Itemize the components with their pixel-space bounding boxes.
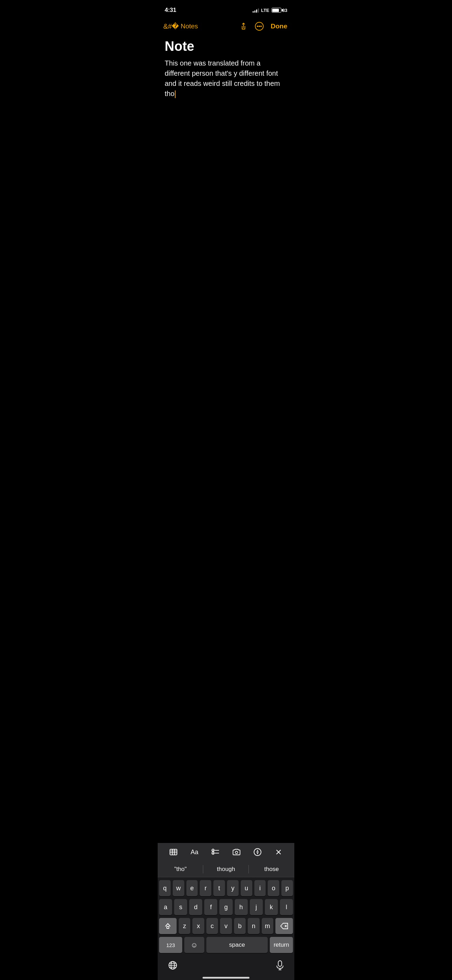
note-content: Note This one was translated from a diff…: [158, 36, 294, 106]
lte-label: LTE: [261, 8, 269, 13]
battery-percent: 83: [282, 8, 287, 13]
back-button[interactable]: &#� Notes: [163, 22, 198, 30]
battery-icon: [272, 8, 282, 13]
share-icon: [239, 22, 248, 30]
status-time: 4:31: [165, 7, 176, 14]
note-title: Note: [165, 39, 287, 54]
signal-bar-4: [258, 8, 259, 13]
chevron-left-icon: &#�: [163, 23, 179, 30]
battery-fill: [272, 9, 279, 12]
more-button[interactable]: [255, 22, 264, 31]
signal-bars: [253, 8, 259, 13]
signal-bar-3: [256, 10, 257, 13]
status-bar: 4:31 LTE 83: [158, 0, 294, 18]
battery-container: 83: [272, 8, 287, 13]
svg-point-2: [257, 26, 258, 27]
share-button[interactable]: [239, 22, 248, 30]
more-icon: [255, 22, 264, 31]
status-right: LTE 83: [253, 8, 287, 13]
nav-actions: Done: [239, 22, 288, 31]
svg-point-3: [259, 26, 259, 27]
nav-bar: &#� Notes Done: [158, 18, 294, 36]
back-label: Notes: [180, 22, 198, 30]
signal-bar-2: [255, 11, 255, 13]
text-cursor: [175, 91, 175, 98]
signal-bar-1: [253, 11, 254, 13]
done-button[interactable]: Done: [271, 22, 288, 30]
svg-point-4: [260, 26, 261, 27]
note-body[interactable]: This one was translated from a different…: [165, 58, 287, 99]
